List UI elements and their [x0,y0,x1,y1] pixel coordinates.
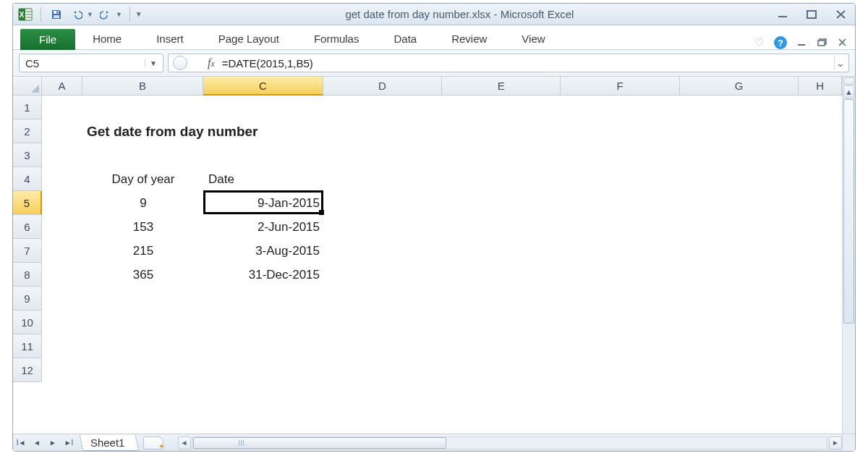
formula-bar-expand-icon[interactable]: ⌄ [834,56,846,70]
split-handle[interactable] [843,77,854,85]
undo-dropdown[interactable]: ▼ [87,11,93,18]
qat-customize-dropdown[interactable]: ▼ [135,10,142,18]
svg-rect-10 [807,11,816,18]
ribbon-tabs: File HomeInsertPage LayoutFormulasDataRe… [13,25,855,50]
save-button[interactable] [48,7,64,22]
scroll-up-button[interactable]: ▲ [843,85,854,98]
column-header-H[interactable]: H [799,77,842,96]
row-headers: 123456789101112 [13,96,42,434]
cell-date-7[interactable]: 3-Aug-2015 [204,239,324,263]
undo-button[interactable] [69,7,85,22]
sheet-tab[interactable]: Sheet1 [80,435,139,451]
row-header-9[interactable]: 9 [13,287,42,311]
window-controls [777,9,851,20]
title-cell[interactable]: Get date from day number [82,119,444,143]
row-header-7[interactable]: 7 [13,239,42,263]
excel-logo-icon: X [17,7,33,22]
row-header-5[interactable]: 5 [13,191,42,215]
help-icon[interactable]: ? [774,36,787,49]
redo-dropdown[interactable]: ▼ [116,11,122,18]
cell-date-8[interactable]: 31-Dec-2015 [204,263,324,287]
cell-date-6[interactable]: 2-Jun-2015 [204,215,324,239]
row-header-8[interactable]: 8 [13,263,42,287]
tab-view[interactable]: View [504,28,562,49]
app-window: X ▼ ▼ ▼ get date from day number.xlsx - … [12,3,856,452]
fx-icon: fx [208,56,215,69]
sheet-nav-first-button[interactable]: I◄ [14,436,28,450]
scroll-right-button[interactable]: ► [829,436,842,449]
vscroll-thumb[interactable] [843,99,854,324]
svg-rect-7 [54,15,59,18]
formula-input-area[interactable]: fx =DATE(2015,1,B5) ⌄ [168,54,849,72]
column-header-D[interactable]: D [323,77,442,96]
table-header-day[interactable]: Day of year [82,167,204,191]
sheet-nav-last-button[interactable]: ►I [61,436,76,450]
close-button[interactable] [835,9,848,20]
scroll-left-button[interactable]: ◄ [178,436,191,449]
sheet-nav-prev-button[interactable]: ◄ [30,436,44,450]
horizontal-scrollbar[interactable]: ◄ ► [178,436,842,449]
name-box-value: C5 [25,57,39,69]
insert-function-button[interactable] [173,56,187,70]
workbook-restore-button[interactable] [817,38,827,47]
sheet-nav-next-button[interactable]: ► [46,436,60,450]
row-header-6[interactable]: 6 [13,215,42,239]
column-header-G[interactable]: G [680,77,799,96]
workbook-minimize-button[interactable] [797,38,807,47]
maximize-button[interactable] [806,9,819,20]
tab-page-layout[interactable]: Page Layout [201,28,297,49]
svg-text:X: X [20,11,25,19]
row-header-1[interactable]: 1 [13,96,42,119]
cell-day-8[interactable]: 365 [82,263,204,287]
spreadsheet-area: ABCDEFGH 123456789101112 Get date from d… [13,77,855,451]
file-tab[interactable]: File [20,29,75,50]
tab-insert[interactable]: Insert [139,28,201,49]
cells-grid[interactable]: Get date from day numberDay of yearDate9… [42,96,842,434]
formula-bar: C5 ▼ fx =DATE(2015,1,B5) ⌄ [13,50,855,77]
minimize-button[interactable] [777,9,790,20]
redo-button[interactable] [98,7,114,22]
row-header-4[interactable]: 4 [13,167,42,191]
tab-review[interactable]: Review [434,28,504,49]
column-header-C[interactable]: C [203,77,323,96]
hscroll-thumb[interactable] [193,437,447,449]
active-cell-value[interactable]: 9-Jan-2015 [204,191,324,215]
row-header-3[interactable]: 3 [13,143,42,167]
name-box-dropdown-icon[interactable]: ▼ [145,59,157,67]
column-header-B[interactable]: B [82,77,203,96]
svg-rect-8 [56,11,58,13]
column-headers: ABCDEFGH [42,77,842,96]
tab-home[interactable]: Home [75,28,139,49]
svg-rect-13 [818,41,825,46]
sheet-tab-bar: I◄ ◄ ► ►I Sheet1 ◄ ► [13,434,842,451]
svg-rect-11 [798,44,805,46]
formula-text: =DATE(2015,1,B5) [222,57,313,69]
table-header-date[interactable]: Date [204,167,324,191]
row-header-10[interactable]: 10 [13,311,42,334]
column-header-E[interactable]: E [442,77,561,96]
cell-day-5[interactable]: 9 [82,191,204,215]
cell-day-7[interactable]: 215 [82,239,204,263]
row-header-12[interactable]: 12 [13,358,42,382]
svg-rect-9 [778,16,787,17]
row-header-11[interactable]: 11 [13,334,42,358]
column-header-A[interactable]: A [42,77,82,96]
title-bar: X ▼ ▼ ▼ get date from day number.xlsx - … [13,4,855,25]
quick-access-toolbar: X ▼ ▼ ▼ [17,7,142,22]
row-header-2[interactable]: 2 [13,119,42,143]
tab-formulas[interactable]: Formulas [297,28,377,49]
name-box[interactable]: C5 ▼ [19,54,163,72]
hscroll-track[interactable] [192,436,827,449]
tab-data[interactable]: Data [376,28,434,49]
vertical-scrollbar[interactable]: ▲ [842,77,855,434]
sheet-tab-label: Sheet1 [90,436,125,449]
ribbon-options-icon[interactable]: ♡ [754,36,764,49]
scroll-corner [842,434,855,451]
select-all-corner[interactable] [13,77,42,96]
new-sheet-button[interactable] [143,436,163,449]
cell-day-6[interactable]: 153 [82,215,204,239]
column-header-F[interactable]: F [561,77,679,96]
window-title: get date from day number.xlsx - Microsof… [142,8,777,20]
workbook-close-button[interactable] [838,38,848,47]
